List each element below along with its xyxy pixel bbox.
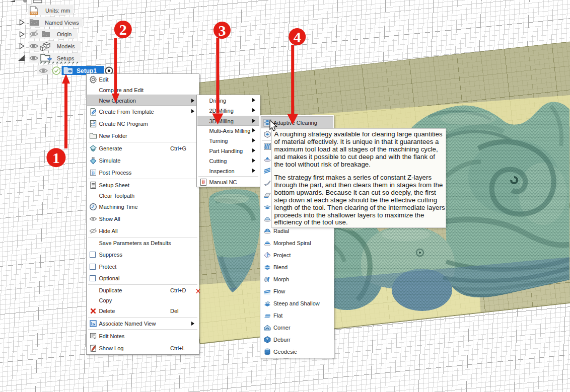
svg-text:1: 1 bbox=[52, 149, 60, 166]
svg-text:2: 2 bbox=[119, 21, 127, 38]
svg-text:4: 4 bbox=[294, 29, 301, 45]
svg-text:3: 3 bbox=[219, 22, 226, 39]
